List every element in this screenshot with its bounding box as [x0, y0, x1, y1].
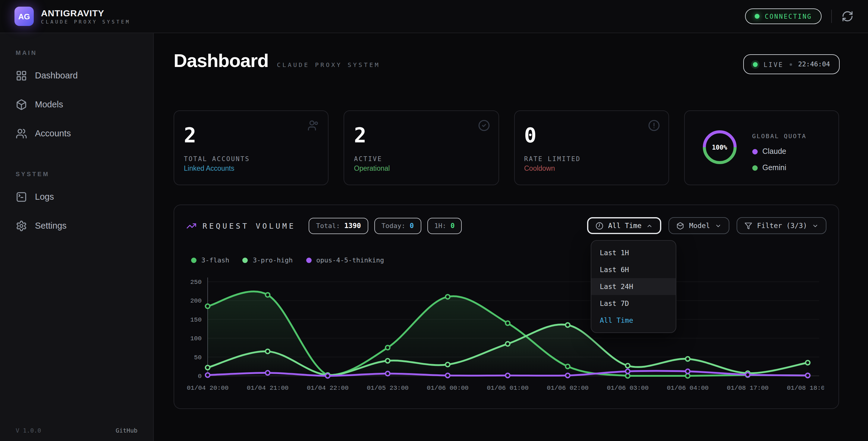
- svg-text:01/06 02:00: 01/06 02:00: [547, 385, 589, 391]
- stat-pills: Total: 1390 Today: 0 1H: 0: [309, 217, 462, 234]
- menu-item-last-7d[interactable]: Last 7D: [591, 295, 676, 312]
- active-sub: Operational: [354, 165, 489, 172]
- chart-plot: 05010015020025001/04 20:0001/04 21:0001/…: [186, 270, 827, 400]
- page-subtitle: CLAUDE PROXY SYSTEM: [277, 62, 380, 68]
- one-hour-pill: 1H: 0: [427, 217, 462, 234]
- users-icon: [308, 119, 320, 131]
- quota-legend-claude: Claude: [752, 147, 807, 156]
- card-active: 2 ACTIVE Operational: [344, 110, 499, 185]
- sidebar-item-settings[interactable]: Settings: [0, 213, 153, 238]
- gemini-dot: [752, 165, 758, 170]
- page-title: Dashboard: [174, 50, 269, 72]
- menu-item-last-24h[interactable]: Last 24H: [591, 278, 676, 295]
- request-volume-chart: 05010015020025001/04 20:0001/04 21:0001/…: [186, 270, 824, 397]
- svg-text:01/08 18:00: 01/08 18:00: [787, 385, 824, 391]
- connection-status-badge: CONNECTING: [745, 8, 822, 24]
- claude-label: Claude: [763, 147, 786, 156]
- one-hour-pill-label: 1H:: [434, 222, 446, 230]
- app-logo: AG: [14, 7, 34, 26]
- app-subtitle: CLAUDE PROXY SYSTEM: [41, 19, 130, 25]
- filter-button-label: Filter (3/3): [757, 222, 807, 230]
- trending-up-icon: [186, 220, 196, 231]
- active-label: ACTIVE: [354, 155, 489, 162]
- alert-circle-icon: [648, 119, 660, 131]
- svg-text:0: 0: [198, 373, 202, 380]
- sidebar-item-label: Models: [35, 99, 63, 109]
- live-status-badge: LIVE 22:46:04: [743, 54, 840, 74]
- version-label: V 1.0.0: [16, 427, 41, 434]
- svg-text:01/04 22:00: 01/04 22:00: [307, 385, 349, 391]
- sidebar-item-label: Settings: [35, 221, 67, 231]
- funnel-icon: [744, 222, 752, 230]
- app-name: ANTIGRAVITY: [41, 8, 130, 18]
- svg-text:01/06 03:00: 01/06 03:00: [607, 385, 649, 391]
- menu-item-last-6h[interactable]: Last 6H: [591, 261, 676, 278]
- time-range-label: All Time: [608, 222, 642, 230]
- svg-text:01/04 21:00: 01/04 21:00: [247, 385, 289, 391]
- menu-item-last-1h[interactable]: Last 1H: [591, 244, 676, 261]
- legend-item-3-flash: 3-flash: [191, 256, 229, 264]
- header-divider: [831, 10, 832, 23]
- clock-icon: [595, 222, 603, 230]
- total-accounts-sub: Linked Accounts: [184, 165, 318, 172]
- legend-dot: [191, 258, 196, 263]
- legend-label: 3-pro-high: [253, 256, 293, 264]
- total-pill-value: 1390: [344, 222, 361, 230]
- sidebar-item-label: Dashboard: [35, 70, 78, 80]
- card-rate-limited: 0 RATE LIMITED Cooldown: [514, 110, 669, 185]
- one-hour-pill-value: 0: [451, 222, 455, 230]
- svg-text:250: 250: [190, 279, 202, 286]
- gear-icon: [16, 220, 27, 231]
- today-pill: Today: 0: [374, 217, 421, 234]
- filter-button[interactable]: Filter (3/3): [737, 217, 827, 234]
- sidebar-item-dashboard[interactable]: Dashboard: [0, 63, 153, 87]
- time-range-button[interactable]: All Time: [587, 217, 661, 234]
- model-button[interactable]: Model: [669, 217, 730, 234]
- claude-dot: [752, 149, 758, 154]
- sidebar-item-logs[interactable]: Logs: [0, 185, 153, 209]
- github-link[interactable]: GitHub: [116, 427, 137, 434]
- svg-text:50: 50: [194, 354, 202, 361]
- svg-text:01/06 01:00: 01/06 01:00: [487, 385, 529, 391]
- check-circle-icon: [478, 119, 490, 131]
- main-content: Dashboard CLAUDE PROXY SYSTEM LIVE 22:46…: [154, 33, 868, 441]
- legend-dot: [243, 258, 248, 263]
- total-accounts-label: TOTAL ACCOUNTS: [184, 155, 318, 162]
- today-pill-value: 0: [410, 222, 414, 230]
- total-pill: Total: 1390: [309, 217, 368, 234]
- brand-block: ANTIGRAVITY CLAUDE PROXY SYSTEM: [41, 8, 130, 25]
- live-label: LIVE: [764, 61, 784, 68]
- terminal-icon: [16, 191, 27, 202]
- quota-ring: 100%: [702, 129, 738, 165]
- gemini-label: Gemini: [763, 164, 786, 172]
- menu-item-all-time[interactable]: All Time: [591, 312, 676, 329]
- total-accounts-value: 2: [184, 125, 318, 145]
- quota-label: GLOBAL QUOTA: [752, 133, 807, 139]
- quota-percent: 100%: [702, 129, 738, 165]
- chart-legend: 3-flash 3-pro-high opus-4-5-thinking: [191, 256, 827, 264]
- chart-controls: All Time Model: [587, 217, 827, 234]
- top-header: AG ANTIGRAVITY CLAUDE PROXY SYSTEM CONNE…: [0, 0, 868, 33]
- active-value: 2: [354, 125, 489, 145]
- svg-text:01/06 00:00: 01/06 00:00: [427, 385, 469, 391]
- sidebar-item-accounts[interactable]: Accounts: [0, 121, 153, 145]
- legend-item-3-pro-high: 3-pro-high: [243, 256, 293, 264]
- live-clock: 22:46:04: [798, 60, 830, 68]
- chevron-down-icon: [715, 222, 721, 229]
- legend-label: opus-4-5-thinking: [316, 256, 384, 264]
- live-dot: [752, 62, 757, 67]
- chevron-up-icon: [647, 222, 653, 229]
- chevron-down-icon: [812, 222, 818, 229]
- card-global-quota: 100% GLOBAL QUOTA Claude Gemini: [684, 110, 839, 185]
- svg-text:100: 100: [190, 335, 202, 342]
- today-pill-label: Today:: [381, 222, 406, 230]
- rate-limited-value: 0: [524, 125, 659, 145]
- svg-text:01/04 20:00: 01/04 20:00: [187, 385, 229, 391]
- sidebar-item-models[interactable]: Models: [0, 92, 153, 116]
- card-total-accounts: 2 TOTAL ACCOUNTS Linked Accounts: [174, 110, 329, 185]
- svg-text:01/05 23:00: 01/05 23:00: [367, 385, 409, 391]
- svg-text:01/08 17:00: 01/08 17:00: [727, 385, 769, 391]
- refresh-icon[interactable]: [841, 10, 854, 22]
- svg-text:01/06 04:00: 01/06 04:00: [667, 385, 709, 391]
- sidebar-item-label: Logs: [35, 192, 54, 202]
